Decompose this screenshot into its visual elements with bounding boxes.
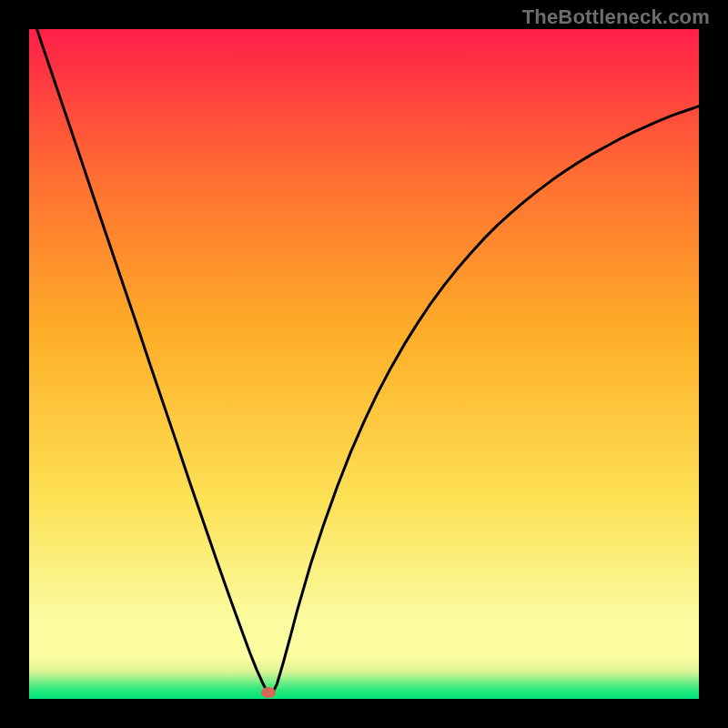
plot-area — [29, 29, 699, 699]
optimal-point-marker — [261, 687, 276, 698]
watermark-text: TheBottleneck.com — [522, 5, 710, 29]
curve-path — [29, 29, 699, 693]
bottleneck-curve — [29, 29, 699, 699]
chart-frame: TheBottleneck.com — [0, 0, 728, 728]
